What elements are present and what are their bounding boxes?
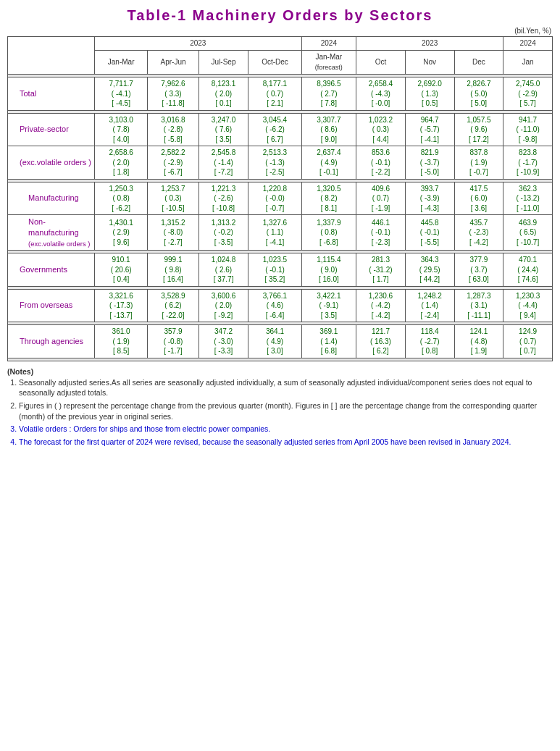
data-cell: 3,766.1 ( 4.6) [ -6.4]	[248, 289, 301, 322]
data-cell: 369.1 ( 1.4) [ 6.8]	[301, 325, 356, 358]
data-cell: 1,057.5 ( 9.6) [ 17.2]	[454, 113, 503, 146]
table-row: Governments910.1 ( 20.6) [ 0.4]999.1 ( 9…	[8, 253, 553, 287]
data-cell: 8,177.1 ( 0.7) [ 2.1]	[248, 77, 301, 111]
data-cell: 1,221.3 ( -2.6) [ -10.8]	[198, 182, 248, 215]
col-jan-mar: Jan-Mar	[95, 51, 148, 75]
data-cell: 1,023.2 ( 0.3) [ 4.4]	[356, 113, 406, 146]
data-cell: 1,023.5 ( -0.1) [ 35.2]	[248, 253, 301, 287]
header-2023-m: 2023	[356, 37, 503, 51]
col-oct: Oct	[356, 51, 406, 75]
row-sublabel: (exc.volatile orders )	[22, 239, 92, 248]
data-cell: 347.2 ( -3.0) [ -3.3]	[198, 325, 248, 358]
data-cell: 281.3 ( -31.2) [ 1.7]	[356, 253, 406, 287]
data-cell: 7,711.7 ( -4.1) [ -4.5]	[95, 77, 148, 111]
data-cell: 1,337.9 ( 0.8) [ -6.8]	[301, 215, 356, 251]
data-cell: 463.9 ( 6.5) [ -10.7]	[503, 215, 553, 251]
col-dec: Dec	[454, 51, 503, 75]
table-row: Private-sector3,103.0 ( 7.8) [ 4.0]3,016…	[8, 113, 553, 146]
data-cell: 2,637.4 ( 4.9) [ -0.1]	[301, 146, 356, 180]
note-item: Seasonally adjusted series.As all series…	[19, 377, 553, 398]
data-cell: 3,103.0 ( 7.8) [ 4.0]	[95, 113, 148, 146]
notes-list: Seasonally adjusted series.As all series…	[19, 377, 553, 448]
data-cell: 1,430.1 ( 2.9) [ 9.6]	[95, 215, 148, 251]
data-cell: 2,692.0 ( 1.3) [ 0.5]	[405, 77, 454, 111]
data-cell: 1,315.2 ( -8.0) [ -2.7]	[148, 215, 198, 251]
data-cell: 3,321.6 ( -17.3) [ -13.7]	[95, 289, 148, 322]
data-cell: 357.9 ( -0.8) [ -1.7]	[148, 325, 198, 358]
data-cell: 362.3 ( -13.2) [ -11.0]	[503, 182, 553, 215]
data-cell: 361.0 ( 1.9) [ 8.5]	[95, 325, 148, 358]
page-title: Table-1 Machinery Orders by Sectors	[7, 7, 553, 24]
data-cell: 1,287.3 ( 3.1) [ -11.1]	[454, 289, 503, 322]
data-cell: 837.8 ( 1.9) [ -0.7]	[454, 146, 503, 180]
header-2023: 2023	[95, 37, 302, 51]
col-2024-jan-mar: Jan-Mar(forecast)	[301, 51, 356, 75]
data-cell: 1,320.5 ( 8.2) [ 8.1]	[301, 182, 356, 215]
main-table: 2023 2024 2023 2024 Jan-Mar Apr-Jun Jul-…	[7, 36, 553, 361]
data-cell: 1,253.7 ( 0.3) [ -10.5]	[148, 182, 198, 215]
data-cell: 821.9 ( -3.7) [ -5.0]	[405, 146, 454, 180]
table-row: Manufacturing1,250.3 ( 0.8) [ -6.2]1,253…	[8, 182, 553, 215]
row-label: Manufacturing	[22, 193, 92, 204]
data-cell: 853.6 ( -0.1) [ -2.2]	[356, 146, 406, 180]
table-row: Non-manufacturing(exc.volatile orders )1…	[8, 215, 553, 251]
data-cell: 7,962.6 ( 3.3) [ -11.8]	[148, 77, 198, 111]
header-2024-jan: 2024	[503, 37, 553, 51]
col-apr-jun: Apr-Jun	[148, 51, 198, 75]
data-cell: 964.7 ( -5.7) [ -4.1]	[405, 113, 454, 146]
data-cell: 999.1 ( 9.8) [ 16.4]	[148, 253, 198, 287]
data-cell: 118.4 ( -2.7) [ 0.8]	[405, 325, 454, 358]
data-cell: 1,313.2 ( -0.2) [ -3.5]	[198, 215, 248, 251]
data-cell: 364.1 ( 4.9) [ 3.0]	[248, 325, 301, 358]
data-cell: 8,396.5 ( 2.7) [ 7.8]	[301, 77, 356, 111]
data-cell: 364.3 ( 29.5) [ 44.2]	[405, 253, 454, 287]
table-row: Through agencies361.0 ( 1.9) [ 8.5]357.9…	[8, 325, 553, 358]
data-cell: 1,115.4 ( 9.0) [ 16.0]	[301, 253, 356, 287]
data-cell: 409.6 ( 0.7) [ -1.9]	[356, 182, 406, 215]
data-cell: 446.1 ( -0.1) [ -2.3]	[356, 215, 406, 251]
table-row: From overseas3,321.6 ( -17.3) [ -13.7]3,…	[8, 289, 553, 322]
col-jul-sep: Jul-Sep	[198, 51, 248, 75]
col-oct-dec: Oct-Dec	[248, 51, 301, 75]
data-cell: 2,545.8 ( -1.4) [ -7.2]	[198, 146, 248, 180]
data-cell: 124.9 ( 0.7) [ 0.7]	[503, 325, 553, 358]
row-label: Total	[14, 88, 92, 99]
data-cell: 941.7 ( -11.0) [ -9.8]	[503, 113, 553, 146]
data-cell: 1,230.6 ( -4.2) [ -4.2]	[356, 289, 406, 322]
data-cell: 393.7 ( -3.9) [ -4.3]	[405, 182, 454, 215]
data-cell: 1,250.3 ( 0.8) [ -6.2]	[95, 182, 148, 215]
data-cell: 2,826.7 ( 5.0) [ 5.0]	[454, 77, 503, 111]
data-cell: 3,600.6 ( 2.0) [ -9.2]	[198, 289, 248, 322]
row-label: Private-sector	[14, 124, 92, 135]
data-cell: 1,220.8 ( -0.0) [ -0.7]	[248, 182, 301, 215]
data-cell: 445.8 ( -0.1) [ -5.5]	[405, 215, 454, 251]
data-cell: 3,528.9 ( 6.2) [ -22.0]	[148, 289, 198, 322]
header-2024-q: 2024	[301, 37, 356, 51]
col-2024-jan: Jan	[503, 51, 553, 75]
row-label: (exc.volatile orders )	[14, 157, 92, 168]
data-cell: 3,307.7 ( 8.6) [ 9.0]	[301, 113, 356, 146]
data-cell: 417.5 ( 6.0) [ 3.6]	[454, 182, 503, 215]
data-cell: 8,123.1 ( 2.0) [ 0.1]	[198, 77, 248, 111]
data-cell: 470.1 ( 24.4) [ 74.6]	[503, 253, 553, 287]
data-cell: 1,327.6 ( 1.1) [ -4.1]	[248, 215, 301, 251]
data-cell: 2,582.2 ( -2.9) [ -6.7]	[148, 146, 198, 180]
data-cell: 1,024.8 ( 2.6) [ 37.7]	[198, 253, 248, 287]
data-cell: 121.7 ( 16.3) [ 6.2]	[356, 325, 406, 358]
data-cell: 2,658.4 ( -4.3) [ -0.0]	[356, 77, 406, 111]
table-row: (exc.volatile orders )2,658.6 ( 2.0) [ 1…	[8, 146, 553, 180]
data-cell: 2,513.3 ( -1.3) [ -2.5]	[248, 146, 301, 180]
note-item: Volatile orders : Orders for ships and t…	[19, 424, 553, 435]
notes-section: (Notes) Seasonally adjusted series.As al…	[7, 367, 553, 448]
col-nov: Nov	[405, 51, 454, 75]
data-cell: 3,247.0 ( 7.6) [ 3.5]	[198, 113, 248, 146]
data-cell: 2,658.6 ( 2.0) [ 1.8]	[95, 146, 148, 180]
data-cell: 910.1 ( 20.6) [ 0.4]	[95, 253, 148, 287]
data-cell: 823.8 ( -1.7) [ -10.9]	[503, 146, 553, 180]
data-cell: 1,230.3 ( -4.4) [ 9.4]	[503, 289, 553, 322]
row-label: Governments	[14, 264, 92, 275]
row-label: Through agencies	[14, 336, 92, 347]
data-cell: 377.9 ( 3.7) [ 63.0]	[454, 253, 503, 287]
note-item: The forecast for the first quarter of 20…	[19, 437, 553, 448]
data-cell: 124.1 ( 4.8) [ 1.9]	[454, 325, 503, 358]
